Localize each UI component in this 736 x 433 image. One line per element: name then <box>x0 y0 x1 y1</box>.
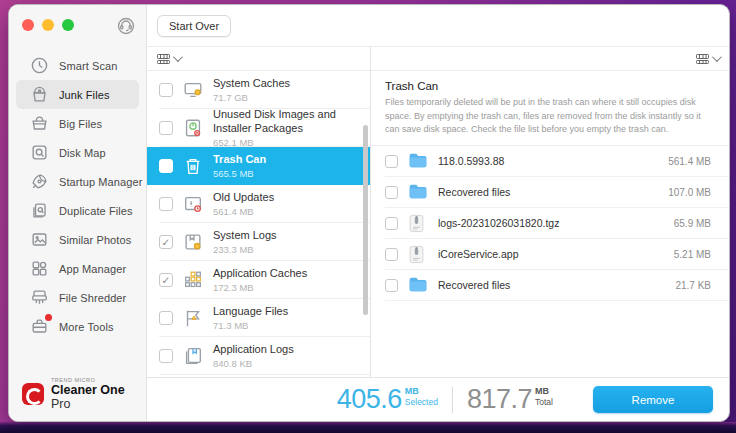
file-list: 118.0.5993.88 561.4 MB Recovered files 1… <box>371 146 729 378</box>
total-size-stat: 817.7 MB Total <box>467 386 553 413</box>
basket-icon <box>30 114 49 133</box>
category-checkbox-checked[interactable] <box>159 273 173 287</box>
detail-description: Files temporarily deleted will be put in… <box>385 96 713 137</box>
category-name: Application Logs <box>213 343 294 357</box>
file-checkbox[interactable] <box>385 248 398 261</box>
category-checkbox[interactable] <box>159 349 173 363</box>
category-row-disk-images[interactable]: Unused Disk Images and Installer Package… <box>147 109 370 147</box>
selected-size-label: Selected <box>405 397 438 407</box>
shredder-icon <box>30 288 49 307</box>
category-checkbox[interactable] <box>159 121 173 135</box>
file-size: 107.0 MB <box>668 187 711 198</box>
category-name: System Logs <box>213 229 277 243</box>
category-scrollbar[interactable] <box>363 125 368 315</box>
file-name: Recovered files <box>438 186 658 198</box>
file-row[interactable]: iCoreService.app 5.21 MB <box>371 239 729 270</box>
category-sort-button[interactable] <box>157 54 180 64</box>
file-size: 5.21 MB <box>674 249 711 260</box>
sidebar-item-label: Similar Photos <box>59 234 131 246</box>
notification-dot <box>45 314 52 321</box>
sidebar-item-disk-map[interactable]: Disk Map <box>16 138 139 167</box>
category-checkbox[interactable] <box>159 197 173 211</box>
sidebar-item-duplicate-files[interactable]: Duplicate Files <box>16 196 139 225</box>
file-name: Recovered files <box>438 279 665 291</box>
category-list: System Caches71.7 GB Unused Disk Images … <box>147 71 370 377</box>
sidebar-item-startup-manager[interactable]: Startup Manager <box>16 167 139 196</box>
sidebar-item-similar-photos[interactable]: Similar Photos <box>16 225 139 254</box>
sidebar-item-label: Disk Map <box>59 147 106 159</box>
sidebar-item-label: Smart Scan <box>59 60 117 72</box>
footer-bar: 405.6 MB Selected 817.7 MB Total Remove <box>147 377 729 421</box>
file-row[interactable]: 118.0.5993.88 561.4 MB <box>371 146 729 177</box>
file-size: 65.9 MB <box>674 218 711 229</box>
sidebar-nav: Smart Scan Junk Files Big Files Disk Map <box>9 51 146 341</box>
brand-product: Cleaner One Pro <box>51 383 146 411</box>
support-headset-icon[interactable] <box>116 16 136 36</box>
category-checkbox[interactable] <box>159 83 173 97</box>
detail-header: Trash Can Files temporarily deleted will… <box>371 71 729 146</box>
category-row-application-logs[interactable]: Application Logs840.8 KB <box>147 337 370 375</box>
grid-view-icon <box>157 54 170 64</box>
detail-sort-button[interactable] <box>696 54 719 64</box>
sidebar: Smart Scan Junk Files Big Files Disk Map <box>9 5 147 421</box>
sidebar-item-app-manager[interactable]: App Manager <box>16 254 139 283</box>
total-size-value: 817.7 <box>467 386 532 413</box>
archive-icon <box>408 245 428 263</box>
file-row[interactable]: Recovered files 21.7 KB <box>371 270 729 301</box>
category-size: 561.4 MB <box>213 206 274 217</box>
minimize-button[interactable] <box>42 19 54 31</box>
detail-title: Trash Can <box>385 80 713 92</box>
remove-button[interactable]: Remove <box>593 386 713 413</box>
update-alert-icon <box>182 193 204 215</box>
sidebar-item-smart-scan[interactable]: Smart Scan <box>16 51 139 80</box>
sidebar-item-big-files[interactable]: Big Files <box>16 109 139 138</box>
file-name: iCoreService.app <box>438 248 664 260</box>
brand: TREND MICRO Cleaner One Pro <box>22 377 146 411</box>
archive-icon <box>408 214 428 232</box>
trend-micro-logo-icon <box>22 383 44 405</box>
junk-bin-icon <box>30 85 49 104</box>
detail-column-header <box>371 47 729 71</box>
sidebar-item-junk-files[interactable]: Junk Files <box>16 80 139 109</box>
category-size: 71.3 MB <box>213 320 288 331</box>
close-button[interactable] <box>22 19 34 31</box>
file-row[interactable]: Recovered files 107.0 MB <box>371 177 729 208</box>
category-row-application-caches[interactable]: Application Caches172.3 MB <box>147 261 370 299</box>
sidebar-item-label: File Shredder <box>59 292 126 304</box>
file-checkbox[interactable] <box>385 155 398 168</box>
app-cache-grid-icon <box>182 269 204 291</box>
category-row-system-logs[interactable]: System Logs233.3 MB <box>147 223 370 261</box>
rocket-icon <box>30 172 49 191</box>
file-name: 118.0.5993.88 <box>438 155 658 167</box>
file-checkbox[interactable] <box>385 217 398 230</box>
file-checkbox[interactable] <box>385 279 398 292</box>
file-row[interactable]: logs-20231026031820.tgz 65.9 MB <box>371 208 729 239</box>
category-name: Old Updates <box>213 191 274 205</box>
total-size-unit: MB <box>535 387 553 397</box>
folder-icon <box>408 152 428 170</box>
app-window: Smart Scan Junk Files Big Files Disk Map <box>8 4 730 422</box>
category-row-old-updates[interactable]: Old Updates561.4 MB <box>147 185 370 223</box>
category-size: 172.3 MB <box>213 282 307 293</box>
category-checkbox-checked[interactable] <box>159 235 173 249</box>
category-row-trash-can[interactable]: Trash Can565.5 MB <box>147 147 370 185</box>
sidebar-item-label: Startup Manager <box>59 176 142 188</box>
grid-view-icon <box>696 54 709 64</box>
sidebar-item-file-shredder[interactable]: File Shredder <box>16 283 139 312</box>
duplicate-docs-icon <box>30 201 49 220</box>
category-checkbox[interactable] <box>159 311 173 325</box>
zoom-button[interactable] <box>62 19 74 31</box>
category-checkbox-partial[interactable] <box>159 159 173 173</box>
category-row-language-files[interactable]: Language Files71.3 MB <box>147 299 370 337</box>
stacked-docs-icon <box>182 345 204 367</box>
start-over-button[interactable]: Start Over <box>157 15 231 37</box>
category-name: Trash Can <box>213 153 266 167</box>
toolbar: Start Over <box>147 5 729 47</box>
category-row-system-caches[interactable]: System Caches71.7 GB <box>147 71 370 109</box>
sidebar-item-more-tools[interactable]: More Tools <box>16 312 139 341</box>
selected-size-value: 405.6 <box>337 386 402 413</box>
brand-product-suffix: Pro <box>51 397 70 411</box>
file-checkbox[interactable] <box>385 186 398 199</box>
file-size: 561.4 MB <box>668 156 711 167</box>
flag-icon <box>182 307 204 329</box>
